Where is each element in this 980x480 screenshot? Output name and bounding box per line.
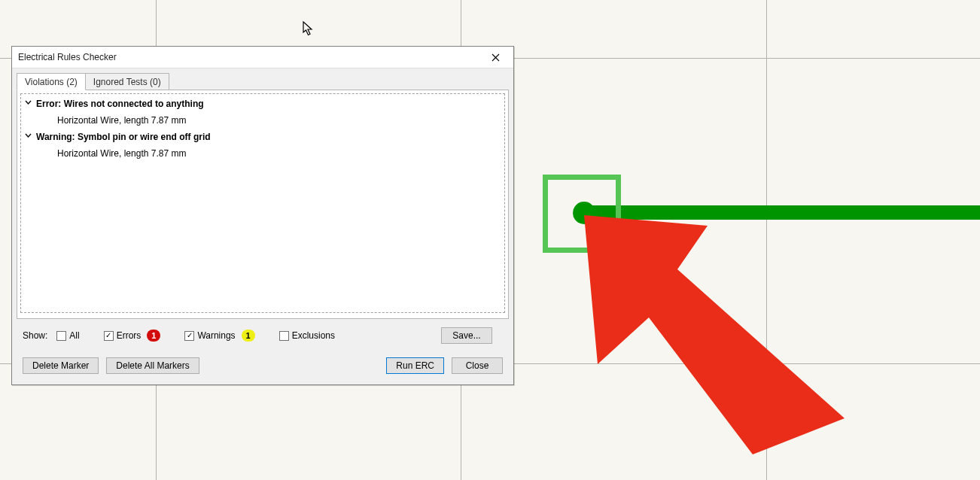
violation-item[interactable]: Horizontal Wire, length 7.87 mm — [21, 145, 504, 162]
filter-label: Exclusions — [292, 330, 335, 341]
close-button[interactable]: Close — [452, 357, 503, 374]
violations-list[interactable]: Error: Wires not connected to anything H… — [20, 93, 505, 313]
warning-count-badge: 1 — [242, 330, 255, 342]
chevron-down-icon[interactable] — [24, 97, 33, 111]
violation-item-text: Horizontal Wire, length 7.87 mm — [57, 114, 186, 127]
checkbox-icon — [104, 331, 114, 341]
save-button[interactable]: Save... — [441, 327, 492, 344]
violation-group-title: Warning: Symbol pin or wire end off grid — [36, 130, 211, 144]
filter-exclusions[interactable]: Exclusions — [279, 330, 438, 341]
filter-warnings[interactable]: Warnings 1 — [184, 330, 254, 342]
show-label: Show: — [23, 330, 47, 341]
dialog-title: Electrical Rules Checker — [18, 52, 117, 62]
checkbox-icon — [56, 331, 66, 341]
tab-bar: Violations (2) Ignored Tests (0) — [17, 73, 509, 90]
violation-item[interactable]: Horizontal Wire, length 7.87 mm — [21, 112, 504, 129]
delete-all-markers-button[interactable]: Delete All Markers — [106, 357, 199, 374]
run-erc-button[interactable]: Run ERC — [386, 357, 444, 374]
filter-label: All — [69, 330, 79, 341]
highlight-box — [543, 175, 621, 253]
gridline — [766, 0, 767, 480]
violations-panel: Error: Wires not connected to anything H… — [17, 90, 509, 319]
erc-dialog: Electrical Rules Checker Violations (2) … — [11, 46, 514, 385]
svg-marker-0 — [584, 215, 845, 454]
error-count-badge: 1 — [147, 330, 160, 342]
filter-label: Warnings — [197, 330, 235, 341]
delete-marker-button[interactable]: Delete Marker — [23, 357, 99, 374]
filter-label: Errors — [117, 330, 142, 341]
titlebar[interactable]: Electrical Rules Checker — [12, 47, 513, 68]
violation-group[interactable]: Error: Wires not connected to anything — [21, 96, 504, 112]
schematic-wire[interactable] — [582, 205, 980, 220]
button-row: Delete Marker Delete All Markers Run ERC… — [12, 347, 513, 384]
chevron-down-icon[interactable] — [24, 130, 33, 144]
filter-errors[interactable]: Errors 1 — [104, 330, 161, 342]
cursor-icon — [303, 21, 315, 36]
tab-violations[interactable]: Violations (2) — [17, 73, 86, 90]
violation-group-title: Error: Wires not connected to anything — [36, 97, 204, 111]
show-filter-row: Show: All Errors 1 Warnings 1 Exclusions… — [12, 320, 513, 347]
checkbox-icon — [279, 331, 289, 341]
tab-ignored-tests[interactable]: Ignored Tests (0) — [85, 73, 169, 90]
violation-group[interactable]: Warning: Symbol pin or wire end off grid — [21, 129, 504, 145]
filter-all[interactable]: All — [56, 330, 79, 341]
close-icon[interactable] — [479, 47, 512, 68]
violation-item-text: Horizontal Wire, length 7.87 mm — [57, 147, 186, 160]
checkbox-icon — [184, 331, 194, 341]
